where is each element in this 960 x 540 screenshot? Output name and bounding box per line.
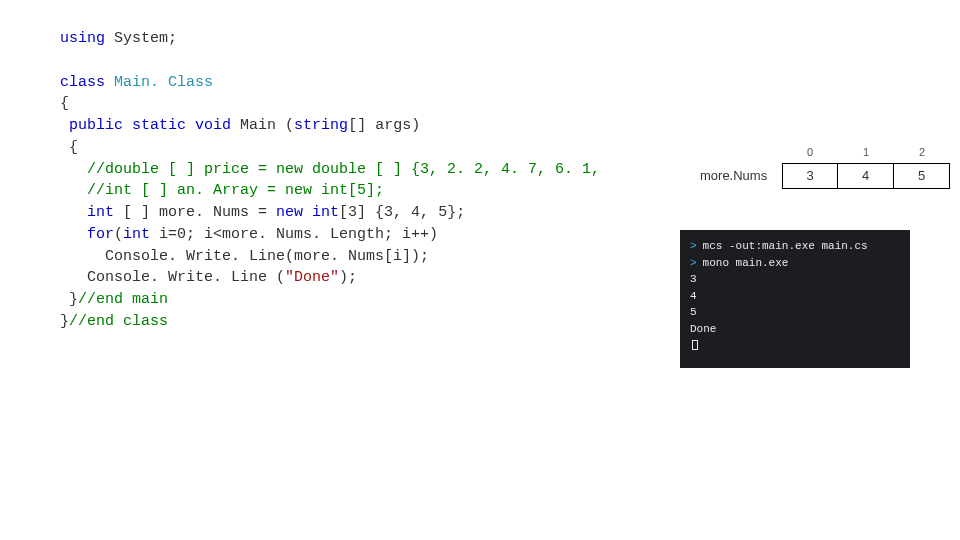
prompt-icon: > [690,257,697,269]
terminal: >mcs -out:main.exe main.cs >mono main.ex… [680,230,910,368]
terminal-cmd-line: >mcs -out:main.exe main.cs [690,238,900,255]
kw-using: using [60,30,105,47]
string-literal: "Done" [285,269,339,286]
terminal-cmd: mono main.exe [703,257,789,269]
prompt-icon: > [690,240,697,252]
kw-class: class [60,74,105,91]
class-name: Main. Class [114,74,213,91]
comment-line: //int [ ] an. Array = new int[5]; [60,182,384,199]
terminal-output-line: 5 [690,304,900,321]
terminal-cmd-line: >mono main.exe [690,255,900,272]
array-index: 2 [894,145,950,161]
array-indices: 0 1 2 [782,145,950,161]
array-cell: 5 [894,163,950,189]
cursor-icon [692,340,698,350]
comment-line: //double [ ] price = new double [ ] {3, … [60,161,600,178]
array-cell: 3 [782,163,838,189]
terminal-output-line: 4 [690,288,900,305]
terminal-output-line: Done [690,321,900,338]
array-diagram: 0 1 2 more.Nums 3 4 5 [700,145,950,189]
terminal-output-line: 3 [690,271,900,288]
code-block: using System; class Main. Class { public… [60,28,600,333]
array-cell: 4 [838,163,894,189]
terminal-cursor-line [690,337,900,354]
array-label: more.Nums [700,163,782,189]
code-pre: using System; class Main. Class { public… [60,28,600,333]
array-index: 1 [838,145,894,161]
terminal-cmd: mcs -out:main.exe main.cs [703,240,868,252]
array-index: 0 [782,145,838,161]
